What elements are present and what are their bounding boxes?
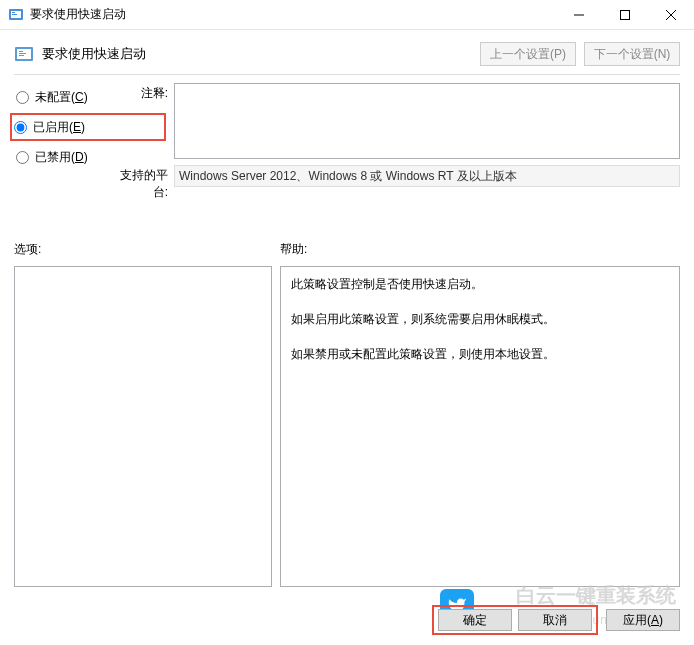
window-controls xyxy=(556,0,694,30)
config-area: 未配置(C) 已启用(E) 已禁用(D) 注释: 支持的平台: Windows … xyxy=(0,75,694,207)
page-title: 要求使用快速启动 xyxy=(42,45,480,63)
radio-disabled-input[interactable] xyxy=(16,151,29,164)
svg-rect-11 xyxy=(19,53,26,54)
radio-not-configured-input[interactable] xyxy=(16,91,29,104)
help-line2: 如果启用此策略设置，则系统需要启用休眠模式。 xyxy=(291,310,669,329)
help-line1: 此策略设置控制是否使用快速启动。 xyxy=(291,275,669,294)
lower-area: 选项: 帮助: 此策略设置控制是否使用快速启动。 如果启用此策略设置，则系统需要… xyxy=(0,207,694,595)
options-label: 选项: xyxy=(14,241,272,258)
header-row: 要求使用快速启动 上一个设置(P) 下一个设置(N) xyxy=(0,30,694,74)
radio-disabled-label: 已禁用(D) xyxy=(35,149,88,166)
options-box xyxy=(14,266,272,587)
window-title: 要求使用快速启动 xyxy=(30,6,556,23)
svg-rect-3 xyxy=(12,14,17,15)
maximize-button[interactable] xyxy=(602,0,648,30)
help-box: 此策略设置控制是否使用快速启动。 如果启用此策略设置，则系统需要启用休眠模式。 … xyxy=(280,266,680,587)
prev-setting-button[interactable]: 上一个设置(P) xyxy=(480,42,576,66)
platform-row: 支持的平台: Windows Server 2012、Windows 8 或 W… xyxy=(108,165,680,201)
help-column: 帮助: 此策略设置控制是否使用快速启动。 如果启用此策略设置，则系统需要启用休眠… xyxy=(280,241,680,587)
close-button[interactable] xyxy=(648,0,694,30)
comment-label: 注释: xyxy=(108,83,174,159)
ok-button[interactable]: 确定 xyxy=(438,609,512,631)
titlebar: 要求使用快速启动 xyxy=(0,0,694,30)
next-setting-button[interactable]: 下一个设置(N) xyxy=(584,42,680,66)
apply-button[interactable]: 应用(A) xyxy=(606,609,680,631)
bottom-buttons: 确定 取消 应用(A) xyxy=(432,605,680,635)
svg-rect-5 xyxy=(621,10,630,19)
radio-enabled-input[interactable] xyxy=(14,121,27,134)
app-icon xyxy=(8,7,24,23)
platform-value: Windows Server 2012、Windows 8 或 Windows … xyxy=(174,165,680,187)
svg-rect-10 xyxy=(19,51,23,52)
comment-row: 注释: xyxy=(108,83,680,159)
minimize-button[interactable] xyxy=(556,0,602,30)
nav-buttons: 上一个设置(P) 下一个设置(N) xyxy=(480,42,680,66)
svg-rect-2 xyxy=(12,12,15,13)
policy-icon xyxy=(14,44,34,64)
svg-rect-12 xyxy=(19,55,24,56)
comment-input[interactable] xyxy=(174,83,680,159)
radio-not-configured-label: 未配置(C) xyxy=(35,89,88,106)
platform-label: 支持的平台: xyxy=(108,165,174,201)
cancel-button[interactable]: 取消 xyxy=(518,609,592,631)
help-line3: 如果禁用或未配置此策略设置，则使用本地设置。 xyxy=(291,345,669,364)
help-label: 帮助: xyxy=(280,241,680,258)
config-right: 注释: 支持的平台: Windows Server 2012、Windows 8… xyxy=(174,83,680,207)
ok-cancel-highlight: 确定 取消 xyxy=(432,605,598,635)
radio-enabled-label: 已启用(E) xyxy=(33,119,85,136)
options-column: 选项: xyxy=(14,241,272,587)
